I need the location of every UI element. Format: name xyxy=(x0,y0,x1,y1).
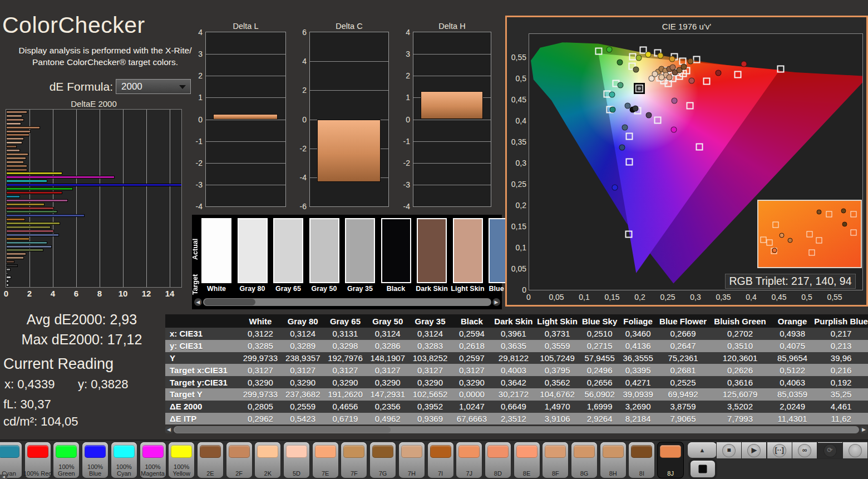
patch-button-7g[interactable]: 7G xyxy=(370,442,396,478)
table-cell: 0,216 xyxy=(814,364,868,376)
stop-button[interactable]: ■ xyxy=(717,442,741,458)
patch-button-100-magenta[interactable]: 100% Magenta xyxy=(140,442,166,478)
patch-button-2e[interactable]: 2E xyxy=(198,442,223,478)
y-tick-label: -4 xyxy=(188,202,203,211)
table-cell: 0,4063 xyxy=(771,376,814,388)
patch-button-7e[interactable]: 7E xyxy=(313,442,338,478)
table-cell: 7,9065 xyxy=(657,413,709,425)
swatch-label: Gray 80 xyxy=(233,285,272,293)
cie-x-tick-label: 0,3 xyxy=(690,293,701,302)
step-button[interactable]: [··] xyxy=(767,442,792,458)
cie-x-tick-label: 0,55 xyxy=(827,293,842,302)
patch-button-label: 8J xyxy=(656,471,685,477)
patch-button-8e[interactable]: 8E xyxy=(514,442,540,478)
inset-measured-dot xyxy=(841,208,846,213)
table-cell: 192,7976 xyxy=(324,352,366,364)
table-scrollbar-thumb[interactable] xyxy=(175,427,391,433)
patch-button-100-cyan[interactable]: 100% Cyan xyxy=(111,442,137,478)
patch-button-100-red[interactable]: 100% Red xyxy=(25,442,51,478)
table-cell: 104,6762 xyxy=(535,388,580,401)
table-column-header: Foliage xyxy=(619,314,657,328)
table-cell: 0,3460 xyxy=(619,328,657,340)
x-tick-label: 2 xyxy=(27,289,32,298)
loop-button[interactable]: ⟳ xyxy=(818,442,842,458)
table-column-header: Gray 65 xyxy=(324,314,366,328)
swatch-scrollbar-thumb[interactable] xyxy=(204,299,255,305)
patch-button-cyan[interactable]: Cyan xyxy=(0,442,22,478)
table-cell: 0,3127 xyxy=(239,364,282,376)
table-cell: 67,6663 xyxy=(451,413,492,425)
cie-x-tick-label: 0,15 xyxy=(604,293,619,302)
table-cell: 0,3131 xyxy=(324,328,366,340)
table-cell: 0,2496 xyxy=(580,364,619,376)
cie-measured-dot xyxy=(633,105,639,111)
table-cell: 0,3290 xyxy=(239,376,282,388)
patch-button-100-green[interactable]: 100% Green xyxy=(53,442,79,478)
de-formula-dropdown[interactable]: 2000 xyxy=(116,79,191,94)
swatch-scroll-left-icon[interactable]: ◀ xyxy=(194,298,202,306)
table-scrollbar[interactable] xyxy=(174,426,859,433)
y-tick-label: -1 xyxy=(188,137,203,146)
table-cell: 0,4271 xyxy=(619,376,657,388)
patch-button-8g[interactable]: 8G xyxy=(571,442,597,478)
patch-button-5d[interactable]: 5D xyxy=(284,442,309,478)
gridline xyxy=(100,110,100,287)
cie-measured-dot xyxy=(669,56,675,62)
cie-measured-dot xyxy=(658,52,664,58)
swatch-scrollbar[interactable] xyxy=(203,298,491,306)
patch-button-8j[interactable]: 8J xyxy=(658,442,683,478)
deltae-bar xyxy=(6,130,31,133)
blank-button[interactable] xyxy=(843,442,867,458)
rgb-triplet-readout: RGB Triplet: 217, 140, 94 xyxy=(725,274,856,289)
deltae-bar xyxy=(6,145,17,148)
de-formula-label: dE Formula: xyxy=(0,80,113,93)
patch-button-2f[interactable]: 2F xyxy=(226,442,252,478)
patch-button-8i[interactable]: 8I xyxy=(629,442,654,478)
patch-button-7f[interactable]: 7F xyxy=(341,442,367,478)
patch-button-7j[interactable]: 7J xyxy=(456,442,482,478)
gridline xyxy=(123,110,124,287)
deltae-bar xyxy=(6,191,62,194)
toolbar-scroll-left-icon[interactable]: ◀ xyxy=(0,475,7,479)
table-cell: 3,9106 xyxy=(535,413,580,425)
table-scroll-right-icon[interactable]: ▶ xyxy=(860,426,867,433)
patch-button-label: 8E xyxy=(512,471,541,477)
table-cell: 39,0939 xyxy=(619,388,657,401)
stop-frame-button[interactable] xyxy=(689,459,717,479)
table-cell: 0,6719 xyxy=(324,413,366,425)
infinity-button[interactable]: ∞ xyxy=(792,442,817,458)
y-tick-label: 3 xyxy=(396,50,410,58)
table-cell: 0,3289 xyxy=(282,340,324,352)
swatch-label: Gray 35 xyxy=(341,285,379,293)
patch-button-7i[interactable]: 7I xyxy=(428,442,453,478)
cie-y-tick-label: 0,2 xyxy=(507,201,526,210)
patch-button-100-blue[interactable]: 100% Blue xyxy=(82,442,108,478)
deltae-bar xyxy=(6,111,27,113)
table-cell: 299,9733 xyxy=(239,352,282,364)
patch-button-100-yellow[interactable]: 100% Yellow xyxy=(169,442,194,478)
deltae-bar xyxy=(6,157,26,160)
patch-button-8d[interactable]: 8D xyxy=(485,442,511,478)
inset-target-square xyxy=(773,221,779,228)
deltae-bar xyxy=(6,238,29,240)
table-cell: 0,2805 xyxy=(239,401,282,413)
patch-button-8h[interactable]: 8H xyxy=(600,442,626,478)
cie-y-tick-label: 0,55 xyxy=(507,53,526,62)
table-row: x: CIE310,31220,31240,31310,31240,31240,… xyxy=(165,328,868,340)
patch-color-chip xyxy=(603,445,624,458)
play-button[interactable]: ▶ xyxy=(742,442,766,458)
patch-button-8f[interactable]: 8F xyxy=(542,442,568,478)
deltae-bar xyxy=(6,172,62,175)
patch-button-2k[interactable]: 2K xyxy=(255,442,280,478)
patch-button-label: 100% Yellow xyxy=(167,464,196,477)
table-cell: 0,3127 xyxy=(324,364,366,376)
patch-color-chip xyxy=(401,445,422,458)
patch-button-7h[interactable]: 7H xyxy=(399,442,425,478)
deltae-bar xyxy=(6,165,27,167)
gridline xyxy=(413,54,491,55)
table-scroll-left-icon[interactable]: ◀ xyxy=(165,426,172,433)
deltae-bar xyxy=(6,272,8,275)
swatch-scroll-right-icon[interactable]: ▶ xyxy=(492,298,500,306)
loop-icon: ⟳ xyxy=(823,444,837,457)
scroll-up-button[interactable]: ▲ xyxy=(688,442,717,458)
